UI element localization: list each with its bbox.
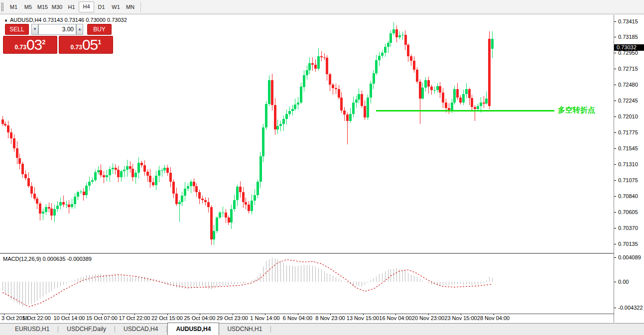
price-axis-tick (614, 101, 616, 101)
one-click-trading-panel: SELL ▼ ▲ BUY 0.73 03 2 0.73 05 1 (3, 24, 114, 54)
price-axis-label: 0.72010 (618, 113, 638, 119)
time-axis-label: 16 Nov 04:00 (379, 315, 411, 321)
toolbar-drag-handle-icon[interactable] (1, 2, 3, 11)
time-axis-tick (363, 314, 364, 315)
timeframe-button-W1[interactable]: W1 (109, 2, 123, 12)
chart-tab-bar: EURUSD,H1USDCHF,DailyUSDCAD,H4AUDUSD,H4U… (0, 323, 644, 335)
macd-axis-label: -0.004322 (618, 305, 643, 311)
price-axis-label: 0.70135 (618, 241, 638, 247)
macd-indicator-canvas[interactable] (0, 254, 614, 314)
time-axis-tick (37, 314, 37, 315)
price-axis-tick (614, 180, 616, 181)
spinner-up-icon: ▲ (78, 27, 82, 31)
price-axis-label: 0.73415 (618, 18, 638, 24)
annotation-label[interactable]: 多空转折点 (558, 106, 595, 115)
time-axis-tick (494, 314, 494, 315)
tab-separator (166, 326, 167, 333)
price-axis-label: 0.71545 (618, 145, 638, 151)
tab-separator (115, 326, 115, 333)
price-axis-tick (614, 132, 616, 133)
time-axis-tick (200, 314, 200, 315)
chart-tab-USDCAD-H4[interactable]: USDCAD,H4 (116, 324, 166, 335)
toolbar-separator (140, 2, 141, 12)
price-axis-label: 0.70605 (618, 209, 638, 215)
buy-price-display[interactable]: 0.73 05 1 (59, 36, 113, 54)
time-axis-label: 29 Oct 23:00 (217, 315, 248, 321)
buy-button[interactable]: BUY (87, 24, 112, 35)
price-axis-tick (614, 228, 616, 228)
price-axis-tick (614, 148, 616, 149)
volume-increase-button[interactable]: ▲ (76, 24, 83, 35)
timeframe-toolbar: M1M5M15M30H1H4D1W1MN (0, 0, 644, 14)
timeframe-button-D1[interactable]: D1 (94, 2, 109, 12)
macd-axis-tick (614, 308, 616, 308)
price-axis-label: 0.70840 (618, 193, 638, 199)
price-axis-tick (614, 21, 616, 22)
time-axis-tick (167, 314, 168, 315)
chart-title: ▲AUDUSD,H4 0.73143 0.73146 0.73000 0.730… (4, 17, 127, 23)
price-axis-tick (614, 116, 616, 117)
chart-tab-USDCNH-H1[interactable]: USDCNH,H1 (219, 324, 270, 335)
time-axis-tick (69, 314, 70, 315)
time-axis-tick (330, 314, 331, 315)
collapse-arrow-icon[interactable]: ▲ (4, 18, 8, 22)
sell-price-prefix: 0.73 (15, 44, 26, 51)
time-axis-tick (461, 314, 461, 315)
time-axis-label: 22 Oct 15:00 (151, 315, 183, 321)
time-axis-tick (102, 314, 103, 315)
price-axis-tick (614, 85, 616, 85)
sell-price-display[interactable]: 0.73 03 2 (3, 36, 57, 54)
time-axis-label: 10 Oct 14:00 (54, 315, 85, 321)
price-axis-label: 0.71075 (618, 177, 638, 183)
time-axis-tick (395, 314, 396, 315)
timeframe-button-H4[interactable]: H4 (79, 1, 94, 12)
buy-price-prefix: 0.73 (71, 44, 82, 51)
macd-splitter[interactable] (0, 253, 614, 254)
chart-symbol-label: AUDUSD,H4 (10, 17, 42, 23)
price-axis-tick (614, 69, 616, 69)
timeframe-button-M5[interactable]: M5 (21, 2, 35, 12)
time-axis-border (0, 314, 614, 314)
timeframe-button-M15[interactable]: M15 (35, 2, 50, 12)
price-axis-label: 0.73185 (618, 34, 638, 40)
price-axis-label: 0.72950 (618, 50, 638, 56)
timeframe-button-MN[interactable]: MN (123, 2, 137, 12)
price-axis-label: 0.71775 (618, 129, 638, 135)
price-axis-tick (614, 244, 616, 244)
macd-axis-label: 0.004089 (618, 254, 641, 260)
price-axis-tick (614, 164, 616, 165)
time-axis-label: 6 Nov 04:00 (283, 315, 312, 321)
price-axis-label: 0.70370 (618, 225, 638, 231)
price-axis-label: 0.72245 (618, 98, 638, 104)
time-axis-label: 23 Nov 15:00 (444, 315, 477, 321)
chart-tab-AUDUSD-H4[interactable]: AUDUSD,H4 (167, 323, 219, 335)
volume-input[interactable] (38, 24, 76, 35)
volume-decrease-button[interactable]: ▼ (31, 24, 38, 35)
chart-ohlc-values: 0.73143 0.73146 0.73000 0.73032 (43, 17, 127, 23)
time-axis-tick (233, 314, 233, 315)
macd-axis-tick (614, 282, 616, 282)
time-axis-tick (4, 314, 4, 315)
time-axis-tick (134, 314, 135, 315)
spinner-down-icon: ▼ (33, 27, 37, 31)
buy-price-big: 05 (82, 36, 98, 53)
time-axis-label: 1 Nov 14:00 (250, 315, 279, 321)
tab-separator (270, 326, 271, 333)
price-axis-label: 0.72480 (618, 82, 638, 88)
timeframe-button-H1[interactable]: H1 (64, 2, 79, 12)
chart-tab-EURUSD-H1[interactable]: EURUSD,H1 (7, 324, 57, 335)
chart-tab-USDCHF-Daily[interactable]: USDCHF,Daily (59, 324, 114, 335)
macd-axis-tick (614, 257, 616, 258)
sell-price-big: 03 (26, 36, 42, 53)
buy-price-sup: 1 (98, 38, 101, 46)
time-axis-tick (298, 314, 298, 315)
timeframe-button-M1[interactable]: M1 (6, 2, 21, 12)
time-axis-label: 15 Oct 07:00 (86, 315, 118, 321)
price-axis-tick (614, 53, 616, 53)
time-axis-tick (265, 314, 265, 315)
sell-button[interactable]: SELL (5, 24, 29, 35)
time-axis-label: 8 Nov 23:00 (315, 315, 345, 321)
price-axis-tick (614, 196, 616, 197)
time-axis-label: 5 Oct 22:00 (22, 315, 51, 321)
timeframe-button-M30[interactable]: M30 (50, 2, 64, 12)
